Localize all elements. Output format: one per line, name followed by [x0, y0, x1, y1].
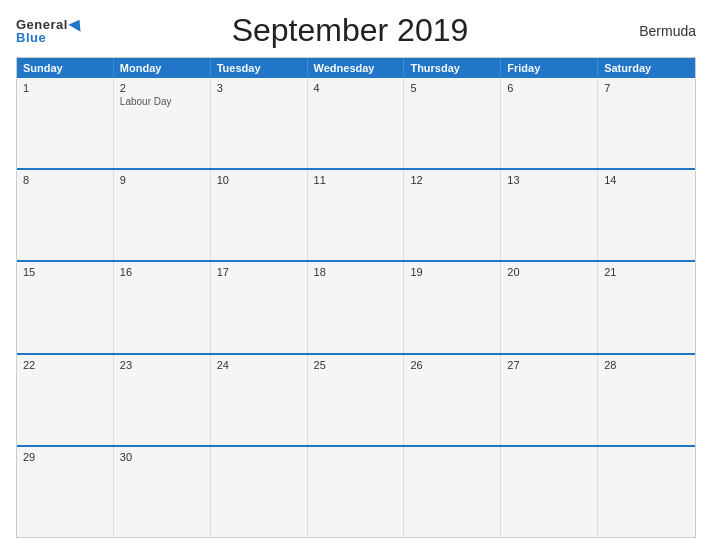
calendar-cell — [501, 447, 598, 537]
day-number: 30 — [120, 451, 204, 463]
calendar-cell: 4 — [308, 78, 405, 168]
day-number: 12 — [410, 174, 494, 186]
calendar-cell: 7 — [598, 78, 695, 168]
calendar-cell: 20 — [501, 262, 598, 352]
page: General Blue September 2019 Bermuda Sund… — [0, 0, 712, 550]
day-number: 8 — [23, 174, 107, 186]
calendar-cell — [308, 447, 405, 537]
day-number: 17 — [217, 266, 301, 278]
calendar-cell: 2Labour Day — [114, 78, 211, 168]
calendar-body: 12Labour Day3456789101112131415161718192… — [17, 78, 695, 537]
calendar-cell: 28 — [598, 355, 695, 445]
day-number: 24 — [217, 359, 301, 371]
calendar-cell: 26 — [404, 355, 501, 445]
calendar-cell: 8 — [17, 170, 114, 260]
day-number: 6 — [507, 82, 591, 94]
calendar-week-2: 891011121314 — [17, 168, 695, 260]
day-number: 25 — [314, 359, 398, 371]
day-number: 18 — [314, 266, 398, 278]
header: General Blue September 2019 Bermuda — [16, 12, 696, 49]
calendar-cell — [598, 447, 695, 537]
day-event: Labour Day — [120, 96, 204, 107]
day-number: 16 — [120, 266, 204, 278]
calendar-cell: 14 — [598, 170, 695, 260]
calendar-cell: 30 — [114, 447, 211, 537]
calendar-header-row: SundayMondayTuesdayWednesdayThursdayFrid… — [17, 58, 695, 78]
calendar-cell: 1 — [17, 78, 114, 168]
calendar-cell: 13 — [501, 170, 598, 260]
calendar-header-monday: Monday — [114, 58, 211, 78]
calendar-cell: 21 — [598, 262, 695, 352]
calendar-header-wednesday: Wednesday — [308, 58, 405, 78]
calendar-cell: 25 — [308, 355, 405, 445]
logo-blue-text: Blue — [16, 31, 46, 44]
day-number: 14 — [604, 174, 689, 186]
region-label: Bermuda — [616, 23, 696, 39]
calendar-header-saturday: Saturday — [598, 58, 695, 78]
logo-general-text: General — [16, 18, 68, 31]
day-number: 1 — [23, 82, 107, 94]
day-number: 4 — [314, 82, 398, 94]
day-number: 2 — [120, 82, 204, 94]
day-number: 10 — [217, 174, 301, 186]
calendar-header-friday: Friday — [501, 58, 598, 78]
day-number: 7 — [604, 82, 689, 94]
day-number: 11 — [314, 174, 398, 186]
day-number: 26 — [410, 359, 494, 371]
day-number: 23 — [120, 359, 204, 371]
calendar-header-thursday: Thursday — [404, 58, 501, 78]
day-number: 29 — [23, 451, 107, 463]
calendar-week-1: 12Labour Day34567 — [17, 78, 695, 168]
logo-triangle-icon — [68, 16, 85, 32]
day-number: 22 — [23, 359, 107, 371]
calendar-cell: 9 — [114, 170, 211, 260]
calendar-cell: 17 — [211, 262, 308, 352]
day-number: 9 — [120, 174, 204, 186]
day-number: 27 — [507, 359, 591, 371]
calendar: SundayMondayTuesdayWednesdayThursdayFrid… — [16, 57, 696, 538]
calendar-header-tuesday: Tuesday — [211, 58, 308, 78]
calendar-week-3: 15161718192021 — [17, 260, 695, 352]
calendar-header-sunday: Sunday — [17, 58, 114, 78]
calendar-cell — [404, 447, 501, 537]
calendar-cell: 15 — [17, 262, 114, 352]
calendar-week-4: 22232425262728 — [17, 353, 695, 445]
day-number: 21 — [604, 266, 689, 278]
calendar-title: September 2019 — [84, 12, 616, 49]
calendar-cell: 29 — [17, 447, 114, 537]
calendar-cell: 19 — [404, 262, 501, 352]
day-number: 5 — [410, 82, 494, 94]
calendar-cell: 6 — [501, 78, 598, 168]
calendar-cell: 24 — [211, 355, 308, 445]
day-number: 13 — [507, 174, 591, 186]
calendar-cell: 18 — [308, 262, 405, 352]
calendar-cell — [211, 447, 308, 537]
calendar-cell: 22 — [17, 355, 114, 445]
day-number: 28 — [604, 359, 689, 371]
calendar-cell: 23 — [114, 355, 211, 445]
calendar-cell: 11 — [308, 170, 405, 260]
day-number: 20 — [507, 266, 591, 278]
logo: General Blue — [16, 18, 84, 44]
calendar-week-5: 2930 — [17, 445, 695, 537]
calendar-cell: 10 — [211, 170, 308, 260]
day-number: 19 — [410, 266, 494, 278]
day-number: 3 — [217, 82, 301, 94]
calendar-cell: 3 — [211, 78, 308, 168]
calendar-cell: 16 — [114, 262, 211, 352]
calendar-cell: 5 — [404, 78, 501, 168]
calendar-cell: 12 — [404, 170, 501, 260]
calendar-cell: 27 — [501, 355, 598, 445]
day-number: 15 — [23, 266, 107, 278]
